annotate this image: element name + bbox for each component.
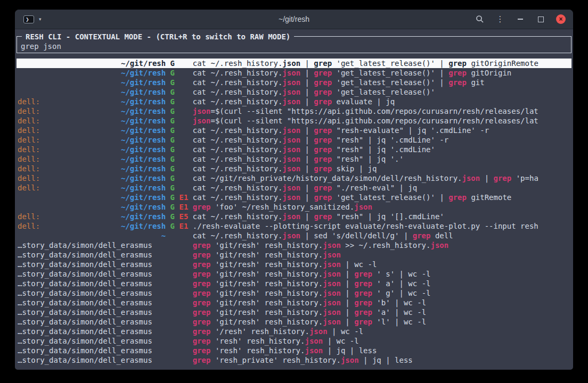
resh-mode-header: RESH CLI - CONTEXTUAL MODE - (CTRL+R to … [22,32,294,41]
search-button[interactable] [475,14,485,24]
history-row[interactable]: …story_data/simon/dell_erasmus grep 'res… [17,346,571,355]
search-icon [476,15,484,23]
history-row[interactable]: …story_data/simon/dell_erasmus grep 'res… [17,355,571,365]
history-row[interactable]: dell: ~/git/resh G cat ~/.resh_history.j… [17,126,571,135]
history-row[interactable]: ~/git/resh G cat ~/.resh_history.json | … [17,78,571,87]
history-row[interactable]: …story_data/simon/dell_erasmus grep 'git… [17,240,571,250]
history-row[interactable]: …story_data/simon/dell_erasmus grep 'git… [17,307,571,317]
history-row[interactable]: ~/git/resh G cat ~/.resh_history.json | … [17,59,571,68]
history-row[interactable]: dell: ~/git/resh G cat ~/.resh_history.j… [17,97,571,106]
history-row[interactable]: dell: ~/git/resh G cat ~/.resh_history.j… [17,183,571,193]
history-row[interactable]: ~ cat ~/.resh_history.json | sed 's/dell… [17,231,571,240]
history-row[interactable]: dell: ~/git/resh G json=$(curl --silent … [17,116,571,126]
history-row[interactable]: …story_data/simon/dell_erasmus grep 'git… [17,317,571,327]
history-row[interactable]: dell: ~/git/resh G cat ~/.resh_history.j… [17,145,571,154]
resh-search-box: RESH CLI - CONTEXTUAL MODE - (CTRL+R to … [17,36,571,53]
history-list: ~/git/resh G cat ~/.resh_history.json | … [17,59,571,365]
restore-button[interactable] [536,14,545,24]
history-row[interactable]: dell: ~/git/resh G cat ~/.resh_history.j… [17,154,571,164]
history-row[interactable]: dell: ~/git/resh G cat ~/.resh_history.j… [17,164,571,173]
history-row[interactable]: dell: ~/git/resh G E5 cat ~/.resh_histor… [17,212,571,221]
history-row[interactable]: …story_data/simon/dell_erasmus grep '/re… [17,327,571,336]
history-row[interactable]: dell: ~/git/resh G E1 ./resh-evaluate --… [17,221,571,231]
terminal-body: RESH CLI - CONTEXTUAL MODE - (CTRL+R to … [15,29,573,370]
terminal-app-icon: ❯ [23,15,34,23]
history-row[interactable]: ~/git/resh G cat ~/.resh_history.json | … [17,68,571,78]
history-row[interactable]: ~/git/resh G E1 grep 'foo' ~/resh_histor… [17,202,571,212]
history-row[interactable]: dell: ~/git/resh G json=$(curl --silent … [17,106,571,116]
restore-icon [538,16,544,22]
history-row[interactable]: …story_data/simon/dell_erasmus grep 'git… [17,298,571,307]
history-row[interactable]: …story_data/simon/dell_erasmus grep 'git… [17,288,571,298]
history-row[interactable]: …story_data/simon/dell_erasmus grep 'git… [17,269,571,279]
app-menu-button[interactable]: ❯ ▾ [23,15,42,23]
close-button[interactable]: × [556,14,566,24]
terminal-window: ❯ ▾ ~/git/resh ⋮ × RESH CLI - CONTEXTUAL… [15,10,573,370]
chevron-down-icon: ▾ [39,16,42,22]
history-row[interactable]: dell: ~/git/resh G cat ~/git/resh_privat… [17,173,571,183]
minimize-button[interactable] [516,14,525,24]
history-row[interactable]: …story_data/simon/dell_erasmus grep 'res… [17,336,571,346]
titlebar-controls: ⋮ × [475,14,566,24]
history-row[interactable]: …story_data/simon/dell_erasmus grep 'git… [17,250,571,260]
titlebar: ❯ ▾ ~/git/resh ⋮ × [15,10,573,29]
history-row[interactable]: …story_data/simon/dell_erasmus grep 'git… [17,279,571,288]
minimize-icon [518,19,523,20]
history-row[interactable]: dell: ~/git/resh G cat ~/.resh_history.j… [17,135,571,145]
menu-kebab-button[interactable]: ⋮ [495,14,505,24]
history-row[interactable]: …story_data/simon/dell_erasmus grep 'git… [17,260,571,269]
search-query-input[interactable]: grep json [21,41,567,51]
history-row[interactable]: ~/git/resh G cat ~/.resh_history.json | … [17,87,571,97]
history-row[interactable]: ~/git/resh G E1 cat ~/.resh_history.json… [17,193,571,202]
